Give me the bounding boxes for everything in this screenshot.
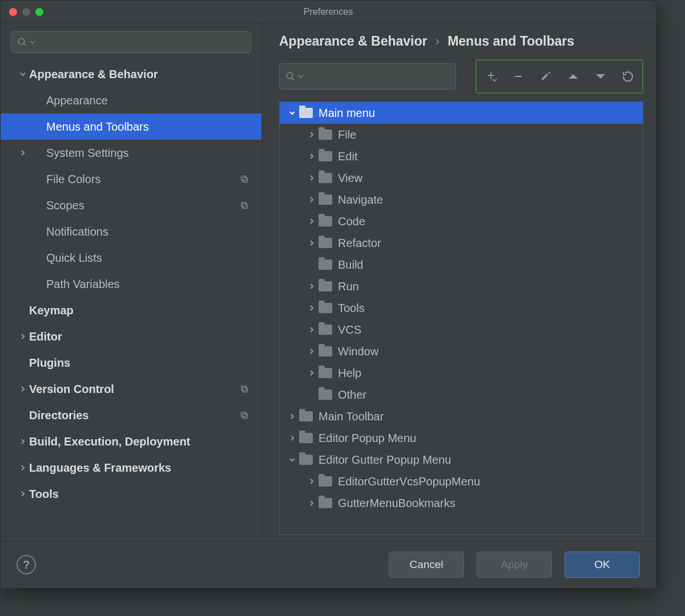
apply-button[interactable]: Apply [477,552,552,578]
sidebar-item-label: Plugins [29,356,261,370]
menu-search-input[interactable] [279,63,456,90]
menu-tree-item[interactable]: Code [280,210,643,232]
menu-tree-item-label: Help [338,367,361,380]
menu-tree-item-label: GutterMenuBookmarks [338,497,456,510]
sidebar-item-label: Tools [29,488,261,501]
sidebar-item[interactable]: File Colors [1,166,261,192]
svg-point-0 [18,38,25,44]
menu-tree-item[interactable]: Tools [280,297,643,319]
cancel-button[interactable]: Cancel [389,552,464,578]
sidebar-item-label: Quick Lists [46,252,261,265]
chevron-icon [17,464,29,471]
sidebar-item-label: Languages & Frameworks [29,461,261,475]
sidebar-item-label: Appearance & Behavior [29,68,261,81]
sidebar-item[interactable]: Tools [1,481,261,507]
folder-icon [319,346,332,356]
chevron-icon [17,333,29,340]
ok-button[interactable]: OK [565,552,640,578]
sidebar-item[interactable]: System Settings [1,140,261,166]
sidebar-item-label: System Settings [46,147,261,160]
help-button[interactable]: ? [17,555,36,574]
edit-action-button[interactable] [537,68,554,85]
sidebar-item[interactable]: Menus and Toolbars [1,114,261,140]
sidebar-item[interactable]: Notifications [1,218,261,245]
menu-tree-item[interactable]: Navigate [280,189,643,210]
move-down-button[interactable] [592,68,609,85]
menu-tree-item-label: VCS [338,323,361,337]
folder-icon [319,173,332,183]
menu-tree-item[interactable]: Edit [280,145,643,167]
chevron-down-icon [30,39,35,45]
folder-icon [319,368,332,378]
sidebar-item[interactable]: Scopes [1,192,261,218]
breadcrumb-parent[interactable]: Appearance & Behavior [279,34,427,49]
sidebar-item[interactable]: Editor [1,323,261,350]
menu-tree-item-label: Edit [338,150,357,163]
folder-icon [319,498,332,508]
sidebar-item[interactable]: Path Variables [1,271,261,297]
svg-rect-3 [241,176,246,181]
chevron-icon [305,305,319,311]
chevron-icon [17,438,29,445]
svg-point-10 [287,72,293,79]
menu-tree-item[interactable]: Build [280,254,643,275]
menu-tree-item[interactable]: Refactor [280,232,643,254]
menu-tree-item[interactable]: Run [280,275,643,297]
chevron-icon [305,131,319,138]
search-icon [285,71,296,82]
menu-tree-item[interactable]: Window [280,341,643,362]
sidebar-item[interactable]: Build, Execution, Deployment [1,428,261,455]
chevron-icon [285,413,299,420]
folder-icon [299,411,313,422]
sidebar-item-label: Editor [29,330,261,343]
preferences-window: Preferences Appearance & BehaviorAppeara… [0,0,656,589]
window-close-button[interactable] [9,8,17,16]
menu-tree-item[interactable]: VCS [280,319,643,341]
chevron-icon [17,71,29,78]
sidebar-item[interactable]: Quick Lists [1,245,261,271]
menu-tree[interactable]: Main menuFileEditViewNavigateCodeRefacto… [279,102,643,535]
sidebar-item[interactable]: Version Control [1,376,261,402]
footer: ? Cancel Apply OK [1,541,656,588]
chevron-icon [305,348,319,355]
menu-tree-item[interactable]: Editor Gutter Popup Menu [280,449,643,471]
menu-tree-item-label: Refactor [338,237,381,250]
add-action-button[interactable] [482,68,499,85]
chevron-icon [305,283,319,290]
settings-tree[interactable]: Appearance & BehaviorAppearanceMenus and… [1,58,261,541]
menu-tree-item[interactable]: EditorGutterVcsPopupMenu [280,471,643,492]
sidebar-item[interactable]: Plugins [1,350,261,376]
svg-rect-6 [243,387,247,392]
breadcrumb-current: Menus and Toolbars [448,34,574,49]
sidebar-item[interactable]: Appearance & Behavior [1,61,261,87]
move-up-button[interactable] [565,68,582,85]
chevron-icon [305,175,319,181]
menu-tree-item[interactable]: File [280,124,643,145]
menu-tree-item[interactable]: Editor Popup Menu [280,427,643,449]
sidebar-item[interactable]: Languages & Frameworks [1,455,261,481]
toolbar-row [279,59,643,94]
menu-tree-item[interactable]: GutterMenuBookmarks [280,492,643,514]
sidebar-item-label: Version Control [29,383,261,396]
menu-tree-item[interactable]: View [280,167,643,189]
sidebar-item[interactable]: Keymap [1,297,261,323]
body: Appearance & BehaviorAppearanceMenus and… [1,23,656,541]
menu-tree-item[interactable]: Main Toolbar [280,406,643,427]
folder-icon [319,238,332,248]
menu-tree-item[interactable]: Other [280,384,643,406]
chevron-icon [305,153,319,160]
window-zoom-button[interactable] [35,8,43,16]
project-level-icon [240,411,249,420]
menu-toolbar [476,59,643,94]
menu-tree-item[interactable]: Main menu [280,102,643,124]
sidebar-search-input[interactable] [11,31,251,53]
main-panel: Appearance & Behavior › Menus and Toolba… [262,23,656,541]
sidebar-item[interactable]: Directories [1,402,261,428]
reset-button[interactable] [619,68,636,85]
menu-tree-item-label: View [338,172,362,185]
window-minimize-button[interactable] [22,8,30,16]
sidebar-item[interactable]: Appearance [1,87,261,114]
menu-tree-item[interactable]: Help [280,362,643,384]
project-level-icon [240,384,249,394]
remove-action-button[interactable] [510,68,527,85]
